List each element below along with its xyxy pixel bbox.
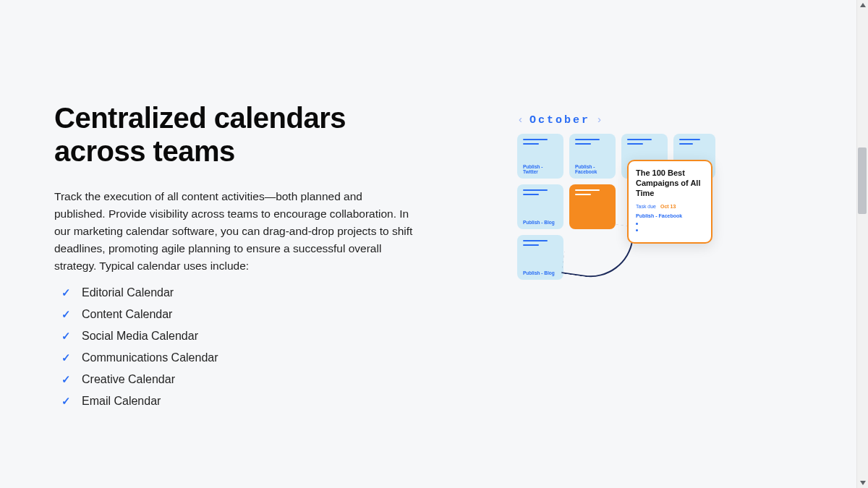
detail-publish: Publish - Facebook bbox=[636, 213, 704, 218]
chevron-left-icon: ‹ bbox=[517, 114, 524, 127]
check-icon: ✓ bbox=[61, 286, 72, 299]
list-item-label: Social Media Calendar bbox=[82, 330, 198, 343]
detail-due: Task due Oct 13 bbox=[636, 204, 704, 209]
list-item: ✓Creative Calendar bbox=[61, 369, 430, 390]
calendar-card: Publish - Blog bbox=[517, 235, 563, 280]
list-item-label: Editorial Calendar bbox=[82, 286, 174, 299]
calendar-card-active bbox=[569, 184, 616, 229]
list-item: ✓Communications Calendar bbox=[61, 347, 430, 369]
section-description: Track the execution of all content activ… bbox=[54, 188, 416, 275]
list-item: ✓Social Media Calendar bbox=[61, 325, 430, 347]
calendar-card: Publish - Blog bbox=[517, 184, 563, 229]
card-label: Publish - Twitter bbox=[523, 164, 558, 174]
month-label: October bbox=[529, 114, 590, 127]
detail-due-date: Oct 13 bbox=[660, 204, 676, 209]
card-label: Publish - Facebook bbox=[575, 164, 610, 174]
calendar-type-list: ✓Editorial Calendar ✓Content Calendar ✓S… bbox=[54, 282, 430, 412]
month-switcher: ‹ October › bbox=[517, 114, 741, 127]
card-label: Publish - Blog bbox=[523, 220, 558, 225]
scrollbar-up-icon[interactable] bbox=[860, 3, 866, 7]
list-item: ✓Email Calendar bbox=[61, 390, 430, 412]
calendar-card: Publish - Facebook bbox=[569, 134, 616, 179]
detail-title: The 100 Best Campaigns of All Time bbox=[636, 168, 704, 198]
list-item: ✓Editorial Calendar bbox=[61, 282, 430, 304]
scrollbar-track[interactable] bbox=[856, 0, 868, 488]
calendar-illustration: ‹ October › Publish - Twitter Publish - … bbox=[517, 114, 741, 302]
check-icon: ✓ bbox=[61, 395, 72, 408]
card-label: Publish - Blog bbox=[523, 270, 558, 275]
check-icon: ✓ bbox=[61, 330, 72, 343]
list-item-label: Communications Calendar bbox=[82, 351, 218, 364]
section-heading: Centralized calendars across teams bbox=[54, 101, 430, 168]
scrollbar-down-icon[interactable] bbox=[860, 481, 866, 485]
card-detail-popover: The 100 Best Campaigns of All Time Task … bbox=[627, 160, 712, 244]
detail-due-label: Task due bbox=[636, 204, 656, 209]
check-icon: ✓ bbox=[61, 308, 72, 321]
list-item-label: Creative Calendar bbox=[82, 373, 175, 386]
chevron-right-icon: › bbox=[596, 114, 603, 127]
list-item: ✓Content Calendar bbox=[61, 304, 430, 325]
scrollbar-thumb[interactable] bbox=[858, 147, 867, 214]
calendar-card: Publish - Twitter bbox=[517, 134, 563, 179]
check-icon: ✓ bbox=[61, 373, 72, 386]
bullet-dot-icon bbox=[636, 229, 638, 231]
bullet-dot-icon bbox=[636, 223, 638, 225]
check-icon: ✓ bbox=[61, 351, 72, 364]
list-item-label: Email Calendar bbox=[82, 395, 161, 408]
list-item-label: Content Calendar bbox=[82, 308, 172, 321]
